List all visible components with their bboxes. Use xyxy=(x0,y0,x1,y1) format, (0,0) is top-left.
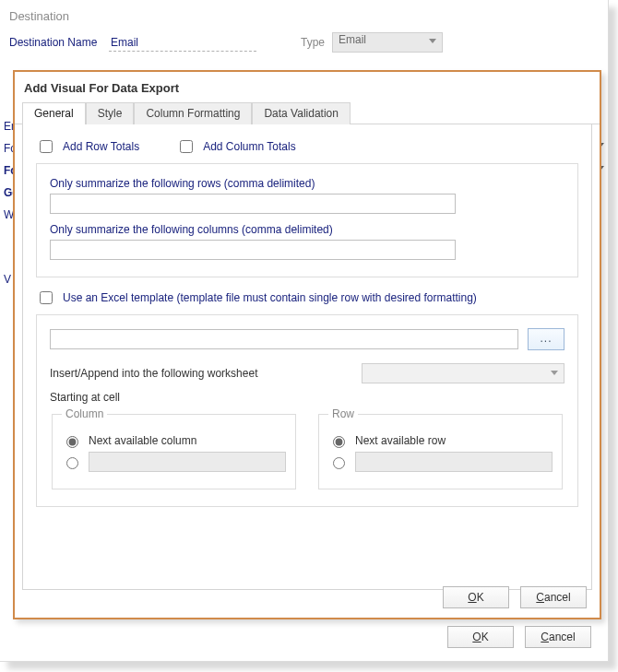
btn-rest: ancel xyxy=(544,591,571,604)
cancel-button[interactable]: Cancel xyxy=(525,626,591,648)
specific-column-radio[interactable] xyxy=(66,457,78,469)
summarize-cols-label: Only summarize the following columns (co… xyxy=(50,223,565,236)
tab-style[interactable]: Style xyxy=(86,102,135,124)
add-column-totals-checkbox[interactable]: Add Column Totals xyxy=(176,137,296,156)
next-available-column-radio[interactable] xyxy=(66,436,78,448)
add-visual-export-dialog: Add Visual For Data Export General Style… xyxy=(13,70,601,619)
checkbox-input[interactable] xyxy=(40,291,53,304)
insert-worksheet-label: Insert/Append into the following workshe… xyxy=(50,367,352,380)
chevron-down-icon xyxy=(551,371,558,375)
starting-at-cell-label: Starting at cell xyxy=(50,391,565,404)
tabpanel-general: Add Row Totals Add Column Totals Only su… xyxy=(22,124,592,590)
btn-rest: K xyxy=(481,631,489,643)
add-row-totals-checkbox[interactable]: Add Row Totals xyxy=(36,137,139,156)
tab-column-formatting[interactable]: Column Formatting xyxy=(134,102,252,124)
row-fieldset: Row Next available row xyxy=(318,407,563,489)
next-available-row-radio[interactable] xyxy=(333,436,345,448)
template-path-input[interactable] xyxy=(50,329,518,349)
radio-label: Next available column xyxy=(89,434,196,447)
btn-rest: ancel xyxy=(549,631,576,643)
summarize-group: Only summarize the following rows (comma… xyxy=(36,163,578,277)
tab-general[interactable]: General xyxy=(22,102,86,124)
browse-button[interactable]: ... xyxy=(528,328,565,350)
destination-name-input[interactable] xyxy=(109,33,256,52)
type-select-value: Email xyxy=(339,33,366,46)
dialog-title: Add Visual For Data Export xyxy=(15,72,600,100)
summarize-rows-label: Only summarize the following rows (comma… xyxy=(50,177,565,190)
radio-label: Next available row xyxy=(355,434,446,447)
excel-template-group: ... Insert/Append into the following wor… xyxy=(36,314,578,507)
summarize-rows-input[interactable] xyxy=(50,194,456,214)
chevron-down-icon xyxy=(429,39,436,43)
btn-rest: K xyxy=(477,591,484,604)
ok-button[interactable]: OK xyxy=(447,626,514,648)
destination-name-label: Destination Name xyxy=(9,36,101,49)
specific-row-input[interactable] xyxy=(355,452,553,472)
checkbox-label: Use an Excel template (template file mus… xyxy=(63,291,477,304)
type-label: Type xyxy=(301,36,325,49)
specific-row-radio[interactable] xyxy=(333,457,345,469)
checkbox-label: Add Row Totals xyxy=(63,140,139,153)
worksheet-select[interactable] xyxy=(362,363,565,383)
ok-button[interactable]: OK xyxy=(443,586,509,608)
specific-column-input[interactable] xyxy=(89,452,286,472)
column-legend: Column xyxy=(62,407,107,420)
use-excel-template-checkbox[interactable]: Use an Excel template (template file mus… xyxy=(36,289,578,307)
checkbox-input[interactable] xyxy=(40,140,53,153)
section-title: Destination xyxy=(0,0,608,27)
cancel-button[interactable]: Cancel xyxy=(520,586,587,608)
tabbar: General Style Column Formatting Data Val… xyxy=(15,100,600,124)
checkbox-label: Add Column Totals xyxy=(203,140,296,153)
tab-data-validation[interactable]: Data Validation xyxy=(252,102,351,124)
row-legend: Row xyxy=(328,407,358,420)
type-select[interactable]: Email xyxy=(332,32,443,53)
summarize-cols-input[interactable] xyxy=(50,240,456,260)
checkbox-input[interactable] xyxy=(180,140,193,153)
column-fieldset: Column Next available column xyxy=(52,407,296,489)
